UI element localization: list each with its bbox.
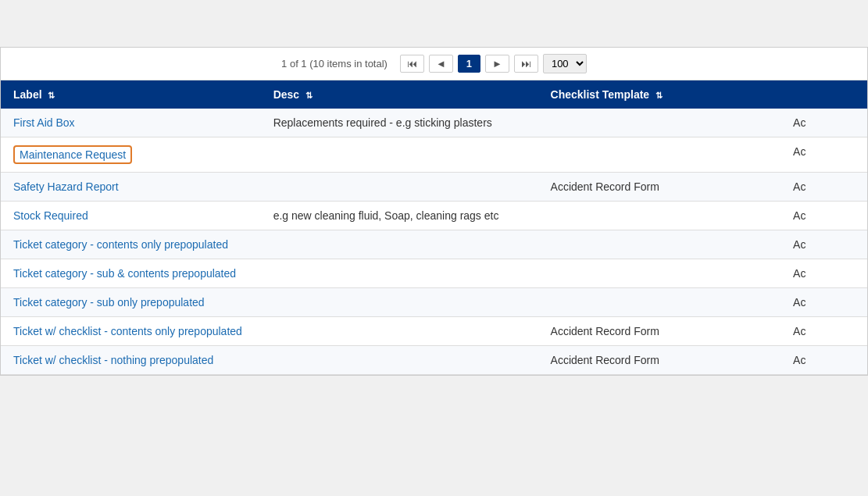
cell-checklist [538, 288, 781, 317]
label-link[interactable]: First Aid Box [13, 116, 75, 129]
per-page-select[interactable]: 10 25 50 100 [543, 54, 587, 73]
cell-desc [261, 288, 538, 317]
cell-label: Ticket category - sub & contents prepopu… [1, 259, 261, 288]
cell-checklist [538, 259, 781, 288]
cell-label: Safety Hazard Report [1, 173, 261, 202]
cell-extra: Ac [780, 230, 867, 259]
main-container: 1 of 1 (10 items in total) ⏮ ◄ 1 ► ⏭ 10 … [0, 47, 868, 376]
cell-extra: Ac [780, 259, 867, 288]
cell-checklist [538, 109, 781, 137]
label-link[interactable]: Ticket category - contents only prepopul… [13, 238, 228, 251]
cell-desc: e.g new cleaning fluid, Soap, cleaning r… [261, 202, 538, 230]
cell-checklist [538, 230, 781, 259]
cell-extra: Ac [780, 137, 867, 173]
data-table: Label ⇅ Desc ⇅ Checklist Template ⇅ Firs… [1, 80, 867, 375]
table-row: Ticket w/ checklist - nothing prepopulat… [1, 346, 867, 375]
cell-desc [261, 230, 538, 259]
cell-extra: Ac [780, 109, 867, 137]
pagination-info: 1 of 1 (10 items in total) [281, 58, 388, 70]
cell-label: Stock Required [1, 202, 261, 230]
col-header-extra [780, 80, 867, 109]
col-header-checklist-text: Checklist Template [551, 88, 650, 101]
col-header-label-text: Label [13, 88, 42, 101]
cell-desc [261, 317, 538, 346]
cell-label: Maintenance Request [1, 137, 261, 173]
label-link[interactable]: Stock Required [13, 209, 88, 222]
cell-desc [261, 173, 538, 202]
table-row: Ticket category - contents only prepopul… [1, 230, 867, 259]
table-row: Maintenance RequestAc [1, 137, 867, 173]
cell-checklist: Accident Record Form [538, 346, 781, 375]
label-sort-icon: ⇅ [48, 91, 55, 101]
cell-checklist [538, 137, 781, 173]
label-link[interactable]: Ticket category - sub & contents prepopu… [13, 267, 236, 280]
col-header-desc[interactable]: Desc ⇅ [261, 80, 538, 109]
highlighted-label-link[interactable]: Maintenance Request [13, 145, 132, 164]
col-header-label[interactable]: Label ⇅ [1, 80, 261, 109]
table-row: Safety Hazard ReportAccident Record Form… [1, 173, 867, 202]
label-link[interactable]: Safety Hazard Report [13, 180, 119, 193]
cell-label: First Aid Box [1, 109, 261, 137]
label-link[interactable]: Ticket category - sub only prepopulated [13, 296, 205, 309]
cell-extra: Ac [780, 173, 867, 202]
pagination-next-btn[interactable]: ► [485, 55, 509, 73]
col-header-checklist[interactable]: Checklist Template ⇅ [538, 80, 781, 109]
table-row: Ticket category - sub & contents prepopu… [1, 259, 867, 288]
cell-checklist: Accident Record Form [538, 173, 781, 202]
label-link[interactable]: Ticket w/ checklist - nothing prepopulat… [13, 354, 213, 366]
cell-checklist [538, 202, 781, 230]
table-body: First Aid BoxReplacements required - e.g… [1, 109, 867, 375]
col-header-desc-text: Desc [273, 88, 299, 101]
cell-label: Ticket category - sub only prepopulated [1, 288, 261, 317]
cell-checklist: Accident Record Form [538, 317, 781, 346]
pagination-last-btn[interactable]: ⏭ [514, 55, 538, 73]
table-header-row: Label ⇅ Desc ⇅ Checklist Template ⇅ [1, 80, 867, 109]
cell-label: Ticket w/ checklist - contents only prep… [1, 317, 261, 346]
table-row: Stock Requirede.g new cleaning fluid, So… [1, 202, 867, 230]
table-row: Ticket category - sub only prepopulatedA… [1, 288, 867, 317]
table-row: First Aid BoxReplacements required - e.g… [1, 109, 867, 137]
pagination-prev-btn[interactable]: ◄ [429, 55, 453, 73]
cell-extra: Ac [780, 202, 867, 230]
desc-sort-icon: ⇅ [305, 91, 313, 101]
pagination-page-1-btn[interactable]: 1 [458, 55, 480, 73]
cell-label: Ticket category - contents only prepopul… [1, 230, 261, 259]
cell-desc [261, 346, 538, 375]
label-link[interactable]: Ticket w/ checklist - contents only prep… [13, 325, 242, 337]
cell-label: Ticket w/ checklist - nothing prepopulat… [1, 346, 261, 375]
cell-extra: Ac [780, 346, 867, 375]
cell-desc: Replacements required - e.g sticking pla… [261, 109, 538, 137]
cell-extra: Ac [780, 288, 867, 317]
table-row: Ticket w/ checklist - contents only prep… [1, 317, 867, 346]
checklist-sort-icon: ⇅ [655, 91, 663, 101]
pagination-bar: 1 of 1 (10 items in total) ⏮ ◄ 1 ► ⏭ 10 … [1, 48, 867, 80]
cell-desc [261, 137, 538, 173]
cell-extra: Ac [780, 317, 867, 346]
cell-desc [261, 259, 538, 288]
pagination-first-btn[interactable]: ⏮ [400, 55, 424, 73]
